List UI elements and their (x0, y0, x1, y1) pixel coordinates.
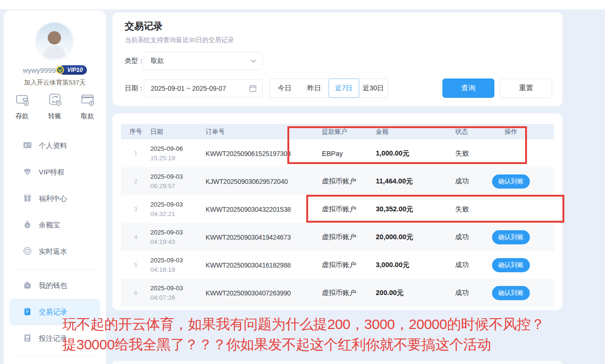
cell-account: 虚拟币账户 (322, 233, 376, 242)
cell-order: KWWT202509030416182988 (206, 261, 322, 269)
cell-no: 5 (121, 261, 150, 269)
betlog-icon (23, 333, 32, 344)
cell-date: 2025-09-0304:07:26 (150, 284, 206, 302)
sidebar-item-label: 福利中心 (39, 194, 67, 203)
cell-no: 2 (121, 178, 150, 185)
query-button[interactable]: 查询 (442, 78, 494, 98)
quick-actions: 存款转账取款 (6, 92, 104, 121)
vip-badge: VIP10 (59, 65, 87, 75)
reset-button[interactable]: 重置 (500, 78, 552, 98)
column-header: 序号 (121, 128, 150, 136)
page-title: 交易记录 (125, 20, 163, 33)
range-button[interactable]: 近30日 (359, 79, 389, 97)
cell-no: 4 (121, 234, 150, 241)
chevron-down-icon (250, 58, 257, 64)
calendar-icon (249, 85, 257, 92)
wallet-icon (23, 280, 32, 291)
idcard-icon (23, 140, 32, 151)
quick-action-label: 转账 (48, 112, 61, 121)
confirm-receipt-button[interactable]: 确认到账 (492, 230, 530, 244)
withdraw-icon (80, 92, 95, 109)
date-quick-range-group: 今日昨日近7日近30日 (269, 78, 389, 98)
cell-no: 1 (121, 150, 150, 157)
quick-action-label: 取款 (81, 112, 94, 121)
cell-account: 虚拟币账户 (322, 288, 376, 297)
sidebar-item-moneybag[interactable]: 余额宝 (9, 212, 100, 238)
quick-action-withdraw[interactable]: 取款 (71, 92, 104, 121)
cell-account: 虚拟币账户 (322, 177, 376, 186)
record-icon (23, 307, 32, 318)
type-select-value: 取款 (151, 57, 250, 65)
vip-badge-label: VIP10 (67, 67, 83, 73)
sidebar-item-rebate[interactable]: 实时返水 (9, 238, 100, 265)
table-row: 52025-09-0304:16:19KWWT20250903041618298… (121, 251, 554, 279)
cell-no: 6 (121, 289, 150, 296)
annotation-text-1: 玩不起的开云体育，如果我有问题为什么提200，3000，20000的时候不风控？ (62, 315, 544, 334)
sidebar-item-label: VIP特权 (39, 168, 64, 177)
range-button[interactable]: 近7日 (328, 78, 359, 98)
date-range-value: 2025-09-01 ~ 2025-09-07 (151, 85, 249, 92)
table-row: 42025-09-0304:19:43KWWT20250903041942467… (121, 223, 554, 251)
deposit-icon (15, 92, 30, 109)
sidebar-item-diamond[interactable]: VIP特权 (9, 159, 100, 185)
avatar-silhouette-icon (41, 27, 68, 59)
quick-action-label: 存款 (16, 112, 29, 121)
avatar[interactable] (36, 23, 73, 60)
cell-date: 2025-09-0304:16:19 (150, 256, 206, 274)
cell-status: 成功 (455, 260, 489, 269)
table-row: 22025-09-0306:29:57KJWT20250903062957204… (121, 167, 554, 195)
sidebar-item-idcard[interactable]: 个人资料 (9, 132, 100, 159)
cell-action: 确认到账 (489, 230, 554, 244)
table-body: 12025-09-0615:25:19KWWT20250906152519730… (121, 139, 554, 307)
confirm-receipt-button[interactable]: 确认到账 (492, 258, 530, 272)
annotation-box-2 (306, 195, 564, 223)
type-label: 类型： (125, 57, 145, 65)
transfer-icon (47, 92, 62, 109)
cell-status: 成功 (455, 288, 489, 297)
confirm-receipt-button[interactable]: 确认到账 (492, 174, 530, 189)
vip-emblem-icon (56, 66, 64, 74)
cell-action: 确认到账 (489, 286, 554, 300)
cell-order: KWWT202509030419424673 (206, 234, 322, 241)
cell-order: KWWT202509030432201538 (206, 206, 322, 213)
sidebar: wywy9999 VIP10 加入开云体育第537天 存款转账取款 个人资料VI… (4, 10, 106, 364)
cell-date: 2025-09-0304:19:43 (150, 228, 206, 246)
page-subtitle: 当前系统支持查询最近30日的交易记录 (125, 36, 234, 44)
next-card-peek (112, 361, 562, 364)
sidebar-nav-top: 个人资料VIP特权福利中心余额宝实时返水 (4, 132, 106, 265)
column-header: 日期 (150, 128, 206, 136)
sidebar-item-label: 我的钱包 (39, 281, 67, 290)
cell-amount: 11,464.00元 (376, 177, 455, 186)
cell-order: KJWT202509030629572040 (206, 178, 322, 185)
cell-status: 成功 (455, 233, 489, 242)
cell-no: 3 (121, 206, 150, 213)
rebate-icon (23, 246, 32, 257)
username: wywy9999 (23, 66, 56, 74)
page: wywy9999 VIP10 加入开云体育第537天 存款转账取款 个人资料VI… (0, 0, 605, 364)
type-select[interactable]: 取款 (144, 52, 263, 70)
cell-amount: 200.00元 (376, 288, 455, 297)
date-range-input[interactable]: 2025-09-01 ~ 2025-09-07 (144, 79, 263, 97)
gift-icon (23, 193, 32, 204)
sidebar-item-label: 余额宝 (39, 221, 60, 230)
diamond-icon (23, 167, 32, 178)
date-label: 日期： (125, 84, 145, 93)
cell-date: 2025-09-0306:29:57 (150, 172, 206, 191)
cell-date: 2025-09-0615:25:19 (150, 144, 206, 163)
cell-amount: 20,000.00元 (376, 233, 455, 242)
sidebar-item-gift[interactable]: 福利中心 (9, 185, 100, 212)
confirm-receipt-button[interactable]: 确认到账 (492, 286, 530, 300)
moneybag-icon (23, 220, 32, 231)
quick-action-transfer[interactable]: 转账 (38, 92, 71, 121)
cell-account: 虚拟币账户 (322, 260, 376, 269)
annotation-box-1 (287, 126, 527, 164)
range-button[interactable]: 今日 (270, 79, 300, 97)
sidebar-item-label: 实时返水 (39, 247, 67, 256)
range-button[interactable]: 昨日 (300, 79, 329, 97)
quick-action-deposit[interactable]: 存款 (6, 92, 38, 121)
divider (13, 269, 96, 270)
filter-card: 交易记录 当前系统支持查询最近30日的交易记录 类型： 取款 日期： 2025-… (112, 12, 562, 106)
table-row: 62025-09-0304:07:26KWWT20250903040726399… (121, 279, 554, 307)
divider (13, 355, 96, 356)
sidebar-item-wallet[interactable]: 我的钱包 (9, 272, 100, 299)
